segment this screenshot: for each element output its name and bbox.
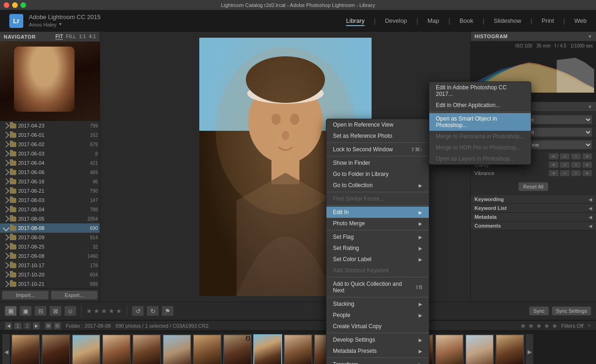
film-thumb-2[interactable] [41, 334, 70, 364]
film-thumb-8[interactable]: 2 [223, 334, 252, 364]
histogram-header[interactable]: Histogram ▼ [471, 32, 596, 41]
clarity-inc-large[interactable]: » [582, 162, 592, 168]
film-thumb-15[interactable] [435, 334, 464, 364]
nav-develop[interactable]: Develop [385, 15, 407, 26]
rotate-left-button[interactable]: ↺ [132, 306, 144, 316]
cm-go-to-folder[interactable]: Go to Folder in Library [326, 169, 429, 180]
cm-lock-second-window[interactable]: Lock to Second Window ⇧⌘↑ [326, 144, 429, 155]
sm-edit-photoshop[interactable]: Edit in Adobe Photoshop CC 2017... [429, 82, 531, 100]
rating-star-4[interactable]: ★ [544, 322, 550, 330]
folder-2017-06-06[interactable]: 2017-06-06 469 [0, 168, 100, 177]
clarity-inc[interactable]: › [571, 162, 581, 168]
cm-go-to-collection[interactable]: Go to Collection ▶ [326, 180, 429, 191]
export-button[interactable]: Export... [51, 290, 98, 300]
cm-set-flag[interactable]: Set Flag ▶ [326, 231, 429, 243]
film-thumb-6[interactable] [163, 334, 191, 364]
film-thumb-5[interactable] [132, 334, 161, 364]
close-button[interactable] [4, 2, 9, 8]
nav-print[interactable]: Print [542, 15, 554, 26]
flag-button[interactable]: ⚑ [162, 306, 174, 316]
exposure-inc[interactable]: › [571, 153, 581, 160]
filmstrip-prev[interactable]: ◀ [2, 334, 10, 364]
film-thumb-9[interactable] [253, 334, 282, 364]
sm-edit-other[interactable]: Edit in Other Application... [429, 100, 531, 111]
vibrance-inc[interactable]: › [571, 170, 581, 176]
metadata-header[interactable]: Metadata ◀ [471, 213, 596, 221]
nav-web[interactable]: Web [575, 15, 587, 26]
zoom-fit[interactable]: FIT [55, 34, 63, 40]
sync-button[interactable]: Sync [529, 306, 549, 316]
star-4[interactable]: ★ [108, 307, 115, 315]
exposure-dec[interactable]: ‹ [560, 153, 570, 160]
comments-header[interactable]: Comments ◀ [471, 222, 596, 230]
sm-open-smart-object[interactable]: Open as Smart Object in Photoshop... [429, 113, 531, 131]
folder-2017-08-05[interactable]: 2017-08-05 2054 [0, 214, 100, 223]
compare-view-button[interactable]: ⊟ [34, 306, 47, 316]
nav-book[interactable]: Book [460, 15, 474, 26]
folder-2017-06-21[interactable]: 2017-06-21 790 [0, 186, 100, 195]
keyword-list-header[interactable]: Keyword List ◀ [471, 204, 596, 212]
import-button[interactable]: Import... [2, 290, 49, 300]
navigator-preview[interactable] [0, 42, 100, 121]
rating-star-3[interactable]: ★ [536, 322, 542, 330]
folder-2017-10-17[interactable]: 2017-10-17 178 [0, 261, 100, 270]
rating-star-2[interactable]: ★ [528, 322, 534, 330]
cm-people[interactable]: People ▶ [326, 310, 429, 321]
film-thumb-3[interactable] [72, 334, 101, 364]
folder-2017-06-16[interactable]: 2017-06-16 96 [0, 177, 100, 186]
rating-star-5[interactable]: ★ [552, 322, 558, 330]
page-next[interactable]: ▶ [33, 322, 40, 330]
zoom-4-1[interactable]: 4:1 [89, 34, 96, 40]
cm-photo-merge[interactable]: Photo Merge ▶ [326, 218, 429, 229]
page-prev[interactable]: ◀ [5, 322, 12, 330]
folder-2017-08-03[interactable]: 2017-08-03 147 [0, 195, 100, 205]
film-thumb-17[interactable] [495, 334, 524, 364]
exposure-inc-large[interactable]: » [582, 153, 592, 160]
zoom-fill[interactable]: FILL [66, 34, 76, 40]
star-1[interactable]: ★ [86, 307, 92, 315]
cm-develop-settings[interactable]: Develop Settings ▶ [326, 334, 429, 345]
minimize-button[interactable] [12, 2, 18, 8]
vibrance-dec-large[interactable]: « [549, 170, 559, 176]
folder-2017-10-21[interactable]: 2017-10-21 689 [0, 279, 100, 288]
grid-size-small[interactable]: ⊞ [45, 322, 52, 330]
cm-create-virtual-copy[interactable]: Create Virtual Copy [326, 321, 429, 332]
people-view-button[interactable]: ☺ [64, 306, 76, 316]
exposure-dec-large[interactable]: « [549, 153, 559, 160]
filmstrip-next[interactable]: ▶ [526, 334, 533, 364]
cm-set-reference[interactable]: Set as Reference Photo [326, 130, 429, 142]
cm-open-reference[interactable]: Open in Reference View [326, 119, 429, 130]
folder-2017-08-25[interactable]: 2017-08-25 32 [0, 242, 100, 251]
nav-map[interactable]: Map [427, 15, 439, 26]
folder-2017-06-01[interactable]: 2017-06-01 162 [0, 130, 100, 140]
folder-2017-06-02[interactable]: 2017-06-02 679 [0, 140, 100, 149]
cm-edit-in[interactable]: Edit In ▶ [326, 207, 429, 218]
grid-size-large[interactable]: ⊟ [54, 322, 61, 330]
folder-2017-08-04[interactable]: 2017-08-04 788 [0, 205, 100, 214]
cm-set-color-label[interactable]: Set Color Label ▶ [326, 254, 429, 265]
nav-slideshow[interactable]: Slideshow [494, 15, 521, 26]
folder-2017-09-08[interactable]: 2017-09-08 1460 [0, 251, 100, 261]
film-thumb-10[interactable] [284, 334, 312, 364]
cm-add-quick-collection[interactable]: Add to Quick Collection and Next ⇧B [326, 278, 429, 296]
cm-transform[interactable]: Transform ▶ [326, 359, 429, 364]
folder-2017-06-04[interactable]: 2017-06-04 421 [0, 158, 100, 168]
zoom-1-1[interactable]: 1:1 [79, 34, 86, 40]
page-num-1[interactable]: 1 [14, 323, 21, 329]
folder-2017-04-23[interactable]: 2017-04-23 799 [0, 121, 100, 130]
folder-2017-10-20[interactable]: 2017-10-20 604 [0, 270, 100, 279]
star-2[interactable]: ★ [94, 307, 100, 315]
page-num-2[interactable]: 2 [23, 323, 31, 329]
folder-2017-08-08[interactable]: 2017-08-08 690 [0, 223, 100, 233]
film-thumb-1[interactable] [11, 334, 40, 364]
star-5[interactable]: ★ [116, 307, 122, 315]
reset-all-button[interactable]: Reset All [518, 182, 549, 191]
clarity-dec[interactable]: ‹ [560, 162, 570, 168]
folder-2017-06-03[interactable]: 2017-06-03 8 [0, 149, 100, 158]
keywording-header[interactable]: Keywording ◀ [471, 195, 596, 203]
survey-view-button[interactable]: ⊠ [49, 306, 61, 316]
cm-stacking[interactable]: Stacking ▶ [326, 298, 429, 310]
rating-star-1[interactable]: ★ [520, 322, 526, 330]
folder-2017-08-09[interactable]: 2017-08-09 914 [0, 233, 100, 242]
film-thumb-16[interactable] [465, 334, 494, 364]
